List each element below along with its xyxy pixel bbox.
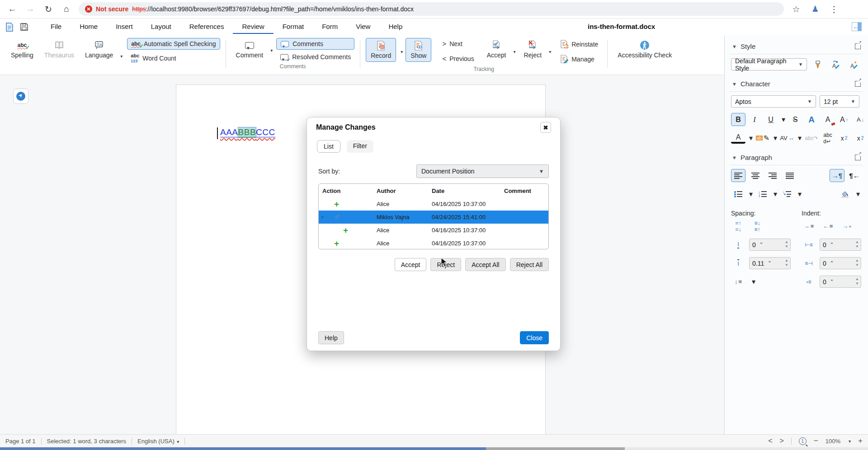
zoom-level[interactable]: 100% (826, 438, 840, 445)
comment-dropdown-icon[interactable]: ▾ (270, 48, 273, 53)
text-run-selected[interactable]: BBB (238, 127, 256, 137)
highlight-dropdown-icon[interactable]: ▾ (773, 131, 778, 145)
line-spacing-button[interactable]: ↕≡ (731, 275, 745, 288)
bullet-list-button[interactable] (731, 188, 745, 201)
first-line-indent-input[interactable]: 0" ▲▼ (820, 276, 861, 288)
ltr-paragraph-button[interactable]: →¶ (830, 169, 844, 182)
reinstate-button[interactable]: Reinstate (557, 38, 602, 50)
align-left-button[interactable] (731, 169, 745, 182)
font-name-select[interactable]: Aptos▼ (731, 95, 816, 108)
outline-list-button[interactable]: 1 (780, 188, 794, 201)
strikethrough-button[interactable]: S (788, 113, 802, 126)
column-author[interactable]: Author (373, 188, 428, 194)
profile-avatar-icon[interactable]: ♟ (809, 3, 821, 15)
collapse-chevron-icon[interactable]: ▼ (732, 155, 737, 160)
accept-button[interactable]: Accept (395, 258, 427, 271)
forward-icon[interactable]: → (24, 3, 36, 15)
accessibility-check-button[interactable]: Accessibility Check (613, 38, 676, 61)
paragraph-popout-icon[interactable] (855, 155, 861, 160)
tab-list[interactable]: List (317, 140, 340, 153)
language-dropdown-icon[interactable]: ▾ (120, 54, 123, 59)
document-canvas[interactable]: AAABBBCCC Manage Changes ✖ List Filter S… (0, 75, 724, 434)
paragraph-background-dropdown-icon[interactable]: ▾ (854, 188, 862, 201)
increase-spacing-button[interactable]: =↑=↓ (731, 220, 745, 233)
changes-table-header[interactable]: Action Author Date Comment (319, 184, 548, 197)
menu-item-form[interactable]: Form (313, 20, 347, 34)
paragraph-background-button[interactable] (838, 188, 853, 201)
italic-button[interactable]: I (747, 113, 762, 126)
change-row-insertion[interactable]: +Alice04/16/2025 10:37:00 (319, 224, 548, 237)
language-status[interactable]: English (USA) ▾ (137, 438, 179, 445)
collapse-sidebar-icon[interactable]: ← (852, 22, 862, 31)
decrease-indent-button[interactable]: ←≡ (821, 220, 835, 233)
column-comment[interactable]: Comment (500, 188, 548, 194)
show-comments-toggle[interactable]: Comments (276, 38, 354, 50)
menu-item-help[interactable]: Help (379, 20, 411, 34)
update-style-icon[interactable]: A (829, 58, 843, 71)
browser-menu-icon[interactable]: ⋮ (828, 3, 840, 15)
sort-by-select[interactable]: Document Position ▼ (416, 164, 549, 178)
next-page-icon[interactable]: > (780, 437, 784, 445)
reload-icon[interactable]: ↻ (42, 3, 54, 15)
collapse-chevron-icon[interactable]: ▼ (732, 44, 737, 49)
reject-change-button[interactable]: Reject (519, 38, 546, 61)
menu-item-insert[interactable]: Insert (107, 20, 142, 34)
line-spacing-dropdown-icon[interactable]: ▾ (750, 275, 757, 288)
column-action[interactable]: Action (319, 188, 373, 194)
menu-item-format[interactable]: Format (274, 20, 313, 34)
record-changes-toggle[interactable]: Record (366, 38, 396, 62)
rotate-text-button[interactable]: abc↷ (804, 131, 819, 145)
after-text-indent-input[interactable]: 0" ▲▼ (820, 257, 861, 269)
reject-all-button[interactable]: Reject All (510, 258, 549, 271)
navigator-button[interactable] (13, 89, 28, 104)
clone-formatting-icon[interactable] (811, 58, 825, 71)
grow-font-button[interactable]: A↑ (837, 113, 851, 126)
home-icon[interactable]: ⌂ (61, 3, 72, 15)
next-change-button[interactable]: >Next (439, 38, 477, 49)
font-size-select[interactable]: 12 pt▼ (820, 95, 859, 108)
menu-item-home[interactable]: Home (71, 20, 107, 34)
insert-comment-button[interactable]: Comment (231, 38, 268, 62)
underline-dropdown-icon[interactable]: ▾ (781, 113, 786, 126)
zoom-in-icon[interactable]: + (858, 436, 863, 445)
font-color-button[interactable]: A (731, 132, 745, 144)
shadow-button[interactable]: A (804, 113, 819, 126)
reject-button[interactable]: Reject (430, 258, 461, 271)
not-secure-label[interactable]: Not secure (96, 5, 128, 13)
horizontal-scrollbar[interactable] (0, 447, 868, 450)
dialog-close-icon[interactable]: ✖ (540, 122, 551, 133)
paragraph-section-header[interactable]: ▼ Paragraph (730, 150, 863, 165)
above-paragraph-spacing-input[interactable]: 0" ▲▼ (749, 239, 791, 251)
menu-item-file[interactable]: File (42, 20, 71, 34)
change-row-insertion[interactable]: +Alice04/16/2025 10:37:00 (319, 197, 548, 211)
close-button[interactable]: Close (520, 331, 549, 344)
zoom-reset-icon[interactable]: 1 (799, 437, 807, 445)
rtl-paragraph-button[interactable]: ¶← (847, 169, 862, 182)
back-icon[interactable]: ← (6, 3, 18, 15)
document-text-line[interactable]: AAABBBCCC (220, 127, 275, 137)
address-bar[interactable]: ✕ Not secure https://localhost:9980/brow… (79, 2, 784, 16)
text-run[interactable]: AAA (220, 127, 238, 137)
character-section-header[interactable]: ▼ Character (730, 76, 863, 92)
shrink-font-button[interactable]: A↓ (853, 113, 868, 126)
style-section-header[interactable]: ▼ Style (730, 39, 863, 54)
character-popout-icon[interactable] (855, 81, 861, 87)
document-icon[interactable] (5, 22, 14, 32)
spinner-arrows[interactable]: ▲▼ (855, 277, 859, 286)
column-date[interactable]: Date (428, 188, 500, 194)
highlight-color-button[interactable]: ab✎ (755, 131, 770, 145)
change-row-insertion[interactable]: +Alice04/16/2025 10:37:00 (319, 237, 548, 249)
align-center-button[interactable] (748, 169, 763, 182)
below-paragraph-spacing-input[interactable]: 0.11" ▲▼ (749, 257, 791, 269)
align-justify-button[interactable] (783, 169, 797, 182)
text-run[interactable]: CCC (256, 127, 275, 137)
accept-all-button[interactable]: Accept All (465, 258, 505, 271)
menu-item-layout[interactable]: Layout (142, 20, 180, 34)
auto-spellcheck-toggle[interactable]: abc✓ Automatic Spell Checking (127, 38, 220, 50)
expand-chevron-icon[interactable]: ▾ (321, 215, 324, 220)
outline-list-dropdown-icon[interactable]: ▾ (796, 188, 803, 201)
character-spacing-button[interactable]: AV↔ (780, 131, 794, 145)
paragraph-style-select[interactable]: Default Paragraph Style▼ (731, 58, 807, 70)
underline-button[interactable]: U (764, 113, 778, 126)
increase-indent-button[interactable]: →≡ (802, 220, 816, 233)
